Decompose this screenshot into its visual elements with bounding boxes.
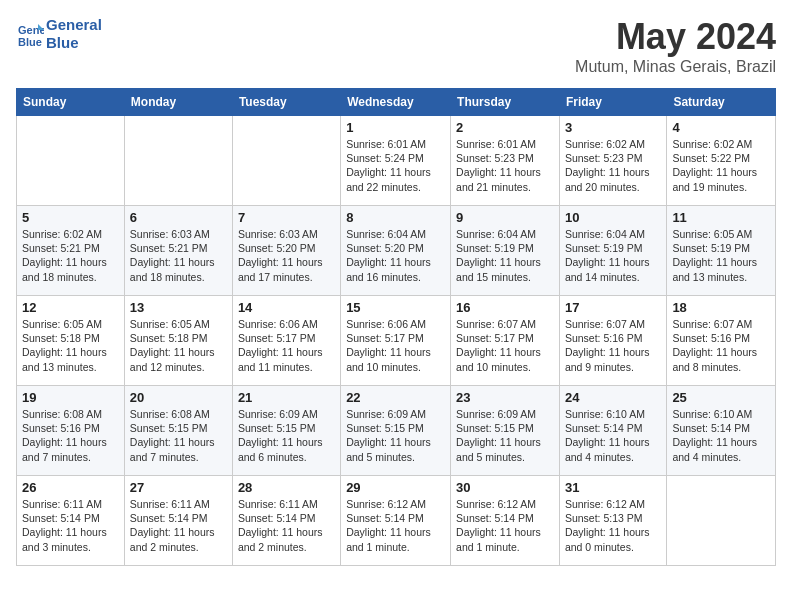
day-number: 22: [346, 390, 445, 405]
calendar-week-row: 5Sunrise: 6:02 AM Sunset: 5:21 PM Daylig…: [17, 206, 776, 296]
calendar-day-cell: 5Sunrise: 6:02 AM Sunset: 5:21 PM Daylig…: [17, 206, 125, 296]
day-info: Sunrise: 6:10 AM Sunset: 5:14 PM Dayligh…: [672, 407, 770, 464]
day-number: 26: [22, 480, 119, 495]
day-number: 30: [456, 480, 554, 495]
day-info: Sunrise: 6:07 AM Sunset: 5:16 PM Dayligh…: [672, 317, 770, 374]
calendar-day-cell: 26Sunrise: 6:11 AM Sunset: 5:14 PM Dayli…: [17, 476, 125, 566]
calendar-day-cell: 6Sunrise: 6:03 AM Sunset: 5:21 PM Daylig…: [124, 206, 232, 296]
day-number: 23: [456, 390, 554, 405]
day-number: 4: [672, 120, 770, 135]
day-number: 15: [346, 300, 445, 315]
calendar-week-row: 19Sunrise: 6:08 AM Sunset: 5:16 PM Dayli…: [17, 386, 776, 476]
logo-icon: General Blue: [16, 20, 44, 48]
day-info: Sunrise: 6:12 AM Sunset: 5:14 PM Dayligh…: [456, 497, 554, 554]
header: General Blue General Blue May 2024 Mutum…: [16, 16, 776, 76]
calendar-day-cell: 27Sunrise: 6:11 AM Sunset: 5:14 PM Dayli…: [124, 476, 232, 566]
day-number: 16: [456, 300, 554, 315]
day-info: Sunrise: 6:04 AM Sunset: 5:19 PM Dayligh…: [456, 227, 554, 284]
day-number: 10: [565, 210, 661, 225]
day-info: Sunrise: 6:05 AM Sunset: 5:18 PM Dayligh…: [130, 317, 227, 374]
calendar-day-cell: [124, 116, 232, 206]
calendar-day-cell: 24Sunrise: 6:10 AM Sunset: 5:14 PM Dayli…: [559, 386, 666, 476]
calendar-day-cell: 12Sunrise: 6:05 AM Sunset: 5:18 PM Dayli…: [17, 296, 125, 386]
day-info: Sunrise: 6:07 AM Sunset: 5:16 PM Dayligh…: [565, 317, 661, 374]
calendar-day-cell: 16Sunrise: 6:07 AM Sunset: 5:17 PM Dayli…: [451, 296, 560, 386]
day-number: 20: [130, 390, 227, 405]
calendar-day-cell: 28Sunrise: 6:11 AM Sunset: 5:14 PM Dayli…: [232, 476, 340, 566]
day-info: Sunrise: 6:03 AM Sunset: 5:20 PM Dayligh…: [238, 227, 335, 284]
day-number: 31: [565, 480, 661, 495]
calendar-day-cell: 22Sunrise: 6:09 AM Sunset: 5:15 PM Dayli…: [341, 386, 451, 476]
logo-general: General: [46, 16, 102, 34]
day-number: 29: [346, 480, 445, 495]
day-number: 12: [22, 300, 119, 315]
day-info: Sunrise: 6:02 AM Sunset: 5:21 PM Dayligh…: [22, 227, 119, 284]
calendar-week-row: 1Sunrise: 6:01 AM Sunset: 5:24 PM Daylig…: [17, 116, 776, 206]
calendar-day-cell: 8Sunrise: 6:04 AM Sunset: 5:20 PM Daylig…: [341, 206, 451, 296]
day-info: Sunrise: 6:09 AM Sunset: 5:15 PM Dayligh…: [238, 407, 335, 464]
day-info: Sunrise: 6:02 AM Sunset: 5:23 PM Dayligh…: [565, 137, 661, 194]
day-info: Sunrise: 6:01 AM Sunset: 5:24 PM Dayligh…: [346, 137, 445, 194]
day-info: Sunrise: 6:05 AM Sunset: 5:19 PM Dayligh…: [672, 227, 770, 284]
day-info: Sunrise: 6:12 AM Sunset: 5:14 PM Dayligh…: [346, 497, 445, 554]
month-title: May 2024: [575, 16, 776, 58]
day-number: 27: [130, 480, 227, 495]
svg-text:Blue: Blue: [18, 36, 42, 48]
day-number: 13: [130, 300, 227, 315]
day-number: 9: [456, 210, 554, 225]
calendar-day-cell: 31Sunrise: 6:12 AM Sunset: 5:13 PM Dayli…: [559, 476, 666, 566]
day-info: Sunrise: 6:09 AM Sunset: 5:15 PM Dayligh…: [346, 407, 445, 464]
day-number: 1: [346, 120, 445, 135]
calendar-body: 1Sunrise: 6:01 AM Sunset: 5:24 PM Daylig…: [17, 116, 776, 566]
weekday-header-cell: Tuesday: [232, 89, 340, 116]
day-number: 2: [456, 120, 554, 135]
calendar-day-cell: 13Sunrise: 6:05 AM Sunset: 5:18 PM Dayli…: [124, 296, 232, 386]
weekday-header-cell: Sunday: [17, 89, 125, 116]
day-number: 11: [672, 210, 770, 225]
day-number: 5: [22, 210, 119, 225]
calendar-day-cell: [232, 116, 340, 206]
day-number: 7: [238, 210, 335, 225]
calendar-day-cell: 1Sunrise: 6:01 AM Sunset: 5:24 PM Daylig…: [341, 116, 451, 206]
calendar-day-cell: 17Sunrise: 6:07 AM Sunset: 5:16 PM Dayli…: [559, 296, 666, 386]
day-info: Sunrise: 6:02 AM Sunset: 5:22 PM Dayligh…: [672, 137, 770, 194]
calendar-day-cell: 15Sunrise: 6:06 AM Sunset: 5:17 PM Dayli…: [341, 296, 451, 386]
calendar-day-cell: 9Sunrise: 6:04 AM Sunset: 5:19 PM Daylig…: [451, 206, 560, 296]
calendar-day-cell: [17, 116, 125, 206]
calendar-day-cell: 23Sunrise: 6:09 AM Sunset: 5:15 PM Dayli…: [451, 386, 560, 476]
calendar-day-cell: 2Sunrise: 6:01 AM Sunset: 5:23 PM Daylig…: [451, 116, 560, 206]
calendar-table: SundayMondayTuesdayWednesdayThursdayFrid…: [16, 88, 776, 566]
day-info: Sunrise: 6:10 AM Sunset: 5:14 PM Dayligh…: [565, 407, 661, 464]
day-info: Sunrise: 6:11 AM Sunset: 5:14 PM Dayligh…: [238, 497, 335, 554]
calendar-day-cell: 18Sunrise: 6:07 AM Sunset: 5:16 PM Dayli…: [667, 296, 776, 386]
calendar-day-cell: 11Sunrise: 6:05 AM Sunset: 5:19 PM Dayli…: [667, 206, 776, 296]
calendar-day-cell: 4Sunrise: 6:02 AM Sunset: 5:22 PM Daylig…: [667, 116, 776, 206]
day-info: Sunrise: 6:04 AM Sunset: 5:20 PM Dayligh…: [346, 227, 445, 284]
logo: General Blue General Blue: [16, 16, 102, 52]
day-number: 18: [672, 300, 770, 315]
calendar-week-row: 12Sunrise: 6:05 AM Sunset: 5:18 PM Dayli…: [17, 296, 776, 386]
day-info: Sunrise: 6:01 AM Sunset: 5:23 PM Dayligh…: [456, 137, 554, 194]
calendar-day-cell: 25Sunrise: 6:10 AM Sunset: 5:14 PM Dayli…: [667, 386, 776, 476]
weekday-header-cell: Thursday: [451, 89, 560, 116]
calendar-day-cell: 14Sunrise: 6:06 AM Sunset: 5:17 PM Dayli…: [232, 296, 340, 386]
day-info: Sunrise: 6:03 AM Sunset: 5:21 PM Dayligh…: [130, 227, 227, 284]
day-info: Sunrise: 6:05 AM Sunset: 5:18 PM Dayligh…: [22, 317, 119, 374]
day-info: Sunrise: 6:09 AM Sunset: 5:15 PM Dayligh…: [456, 407, 554, 464]
day-info: Sunrise: 6:06 AM Sunset: 5:17 PM Dayligh…: [238, 317, 335, 374]
title-area: May 2024 Mutum, Minas Gerais, Brazil: [575, 16, 776, 76]
calendar-day-cell: 20Sunrise: 6:08 AM Sunset: 5:15 PM Dayli…: [124, 386, 232, 476]
weekday-header-cell: Friday: [559, 89, 666, 116]
calendar-day-cell: 7Sunrise: 6:03 AM Sunset: 5:20 PM Daylig…: [232, 206, 340, 296]
calendar-day-cell: 30Sunrise: 6:12 AM Sunset: 5:14 PM Dayli…: [451, 476, 560, 566]
day-number: 19: [22, 390, 119, 405]
day-number: 3: [565, 120, 661, 135]
day-number: 6: [130, 210, 227, 225]
location-title: Mutum, Minas Gerais, Brazil: [575, 58, 776, 76]
day-info: Sunrise: 6:06 AM Sunset: 5:17 PM Dayligh…: [346, 317, 445, 374]
weekday-header-cell: Monday: [124, 89, 232, 116]
day-info: Sunrise: 6:04 AM Sunset: 5:19 PM Dayligh…: [565, 227, 661, 284]
day-number: 25: [672, 390, 770, 405]
day-info: Sunrise: 6:08 AM Sunset: 5:15 PM Dayligh…: [130, 407, 227, 464]
calendar-day-cell: 19Sunrise: 6:08 AM Sunset: 5:16 PM Dayli…: [17, 386, 125, 476]
